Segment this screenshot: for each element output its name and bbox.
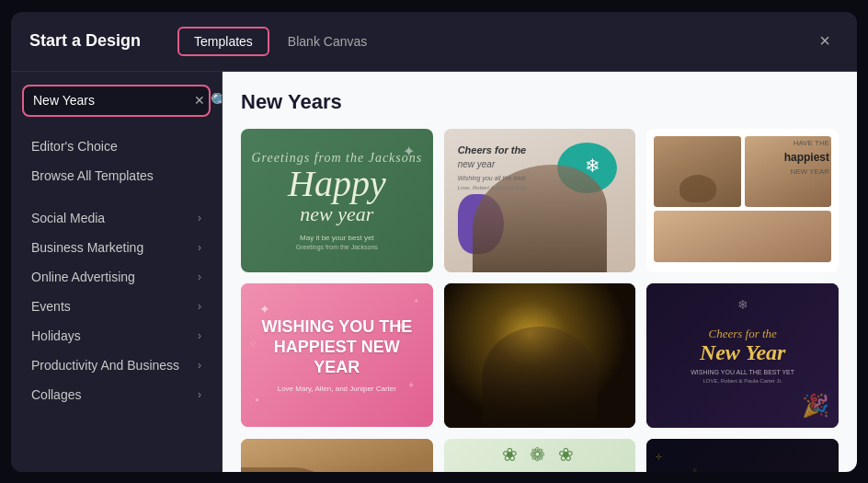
chevron-down-icon: ›	[198, 270, 201, 283]
design-modal: Start a Design Templates Blank Canvas × …	[11, 12, 857, 472]
sidebar-item-editors-choice[interactable]: Editor's Choice	[22, 132, 211, 161]
modal-title: Start a Design	[29, 31, 141, 51]
main-content: New Years Greetings from the Jacksons Ha…	[223, 72, 857, 472]
search-clear-icon[interactable]: ✕	[194, 93, 205, 108]
sidebar-item-collages[interactable]: Collages ›	[22, 380, 211, 409]
sidebar: ✕ 🔍 Editor's Choice Browse All Templates	[11, 72, 223, 472]
template-card[interactable]: HAVE THEhappiestNEW YEAR WISHING YOULOVE…	[646, 129, 839, 273]
sidebar-item-holidays[interactable]: Holidays ›	[22, 321, 211, 351]
sidebar-section-main: Editor's Choice Browse All Templates	[22, 132, 211, 190]
chevron-down-icon: ›	[198, 241, 201, 254]
modal-body: ✕ 🔍 Editor's Choice Browse All Templates	[11, 72, 857, 472]
template-card[interactable]: HAPPY NEW YEAR 🌿	[241, 439, 433, 472]
modal-header: Start a Design Templates Blank Canvas ×	[11, 12, 857, 72]
chevron-down-icon: ›	[198, 329, 201, 342]
sidebar-item-browse-templates[interactable]: Browse All Templates	[22, 161, 211, 190]
chevron-down-icon: ›	[198, 388, 201, 401]
tabs-container: Templates Blank Canvas	[177, 27, 382, 56]
search-box[interactable]: ✕ 🔍	[22, 85, 211, 117]
templates-grid: Greetings from the Jacksons Happy new ye…	[241, 129, 839, 472]
close-button[interactable]: ×	[811, 28, 839, 55]
sidebar-item-social-media[interactable]: Social Media ›	[22, 203, 211, 233]
modal-overlay: Start a Design Templates Blank Canvas × …	[0, 0, 868, 483]
template-card[interactable]: ❀ ❁ ❀ WISHING YOU a wonderful New Year! …	[444, 439, 636, 472]
section-title: New Years	[241, 90, 839, 114]
chevron-down-icon: ›	[198, 300, 201, 313]
sidebar-item-business-marketing[interactable]: Business Marketing ›	[22, 233, 211, 262]
search-icon: 🔍	[211, 92, 223, 109]
tab-blank-canvas[interactable]: Blank Canvas	[273, 27, 382, 56]
sidebar-item-online-advertising[interactable]: Online Advertising ›	[22, 262, 211, 292]
template-card[interactable]	[444, 283, 636, 428]
template-card[interactable]: ✦ ◆ ● ▲ ✦ ◇ WISHING YOU THEHAPPIEST NEW …	[241, 283, 433, 427]
chevron-down-icon: ›	[198, 212, 201, 224]
template-card[interactable]: Greetings from the Jacksons Happy new ye…	[241, 129, 433, 272]
template-card[interactable]: ❄ Cheers for the new year Wishing you al…	[444, 129, 636, 273]
template-card[interactable]: ❄ Cheers for the New Year WISHING YOU AL…	[646, 283, 839, 428]
sidebar-divider	[22, 192, 211, 203]
chevron-down-icon: ›	[198, 359, 201, 372]
template-card[interactable]: ⊹ ⊹ ⊹ Happy New Year	[646, 439, 839, 472]
sidebar-item-events[interactable]: Events ›	[22, 292, 211, 321]
search-input[interactable]	[33, 93, 194, 108]
sidebar-section-categories: Social Media › Business Marketing › Onli…	[22, 203, 211, 409]
sidebar-item-productivity-business[interactable]: Productivity And Business ›	[22, 351, 211, 380]
tab-templates[interactable]: Templates	[177, 27, 269, 56]
